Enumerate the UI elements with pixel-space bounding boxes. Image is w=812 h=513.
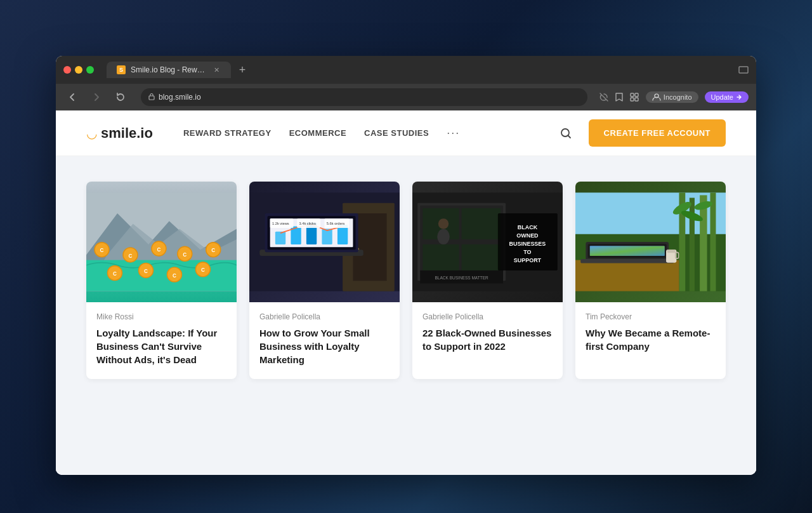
update-label: Update xyxy=(711,93,733,101)
card-author-4: Tim Peckover xyxy=(586,312,716,321)
svg-rect-0 xyxy=(739,67,748,73)
svg-text:5.6k orders: 5.6k orders xyxy=(327,222,345,225)
card-image-2: 1.2k views 3.4k clicks 5.6k orders xyxy=(249,182,400,302)
svg-text:1.2k views: 1.2k views xyxy=(272,222,289,225)
svg-text:SUPPORT: SUPPORT xyxy=(514,257,542,263)
tab-bar: S Smile.io Blog - Rewards, Loya... ✕ + xyxy=(107,61,733,79)
article-card-4[interactable]: Tim Peckover Why We Became a Remote-firs… xyxy=(575,182,726,379)
svg-rect-80 xyxy=(580,259,674,263)
card-author-1: Mike Rossi xyxy=(96,312,226,321)
browser-titlebar: S Smile.io Blog - Rewards, Loya... ✕ + xyxy=(56,56,756,84)
svg-rect-2 xyxy=(631,93,634,97)
svg-text:BUSINESSES: BUSINESSES xyxy=(509,241,546,247)
svg-text:3.4k clicks: 3.4k clicks xyxy=(299,222,316,225)
svg-rect-41 xyxy=(322,229,332,245)
incognito-label: Incognito xyxy=(664,93,692,101)
nav-ecommerce[interactable]: ECOMMERCE xyxy=(289,128,346,138)
svg-rect-83 xyxy=(667,250,676,253)
minimize-button[interactable] xyxy=(75,66,82,74)
svg-text:C: C xyxy=(113,271,117,277)
address-bar[interactable]: blog.smile.io xyxy=(141,88,587,106)
card-author-3: Gabrielle Policella xyxy=(422,312,553,321)
card-body-3: Gabrielle Policella 22 Black-Owned Busin… xyxy=(412,302,563,366)
logo-icon: ◡ xyxy=(86,126,97,141)
card-image-1: C C C C C C C xyxy=(86,182,237,302)
svg-rect-79 xyxy=(590,246,665,256)
card-author-2: Gabrielle Policella xyxy=(259,312,390,321)
svg-text:C: C xyxy=(144,269,148,274)
card-image-4 xyxy=(575,182,726,302)
content-area: C C C C C C C xyxy=(56,156,756,475)
tab-close-button[interactable]: ✕ xyxy=(212,65,221,74)
extension-icon[interactable] xyxy=(629,92,639,102)
window-controls-icon xyxy=(738,65,749,75)
site-navigation: ◡ smile.io REWARD STRATEGY ECOMMERCE CAS… xyxy=(56,110,756,156)
logo-text: smile.io xyxy=(101,125,153,142)
svg-point-7 xyxy=(561,129,569,137)
svg-rect-75 xyxy=(575,260,679,291)
close-button[interactable] xyxy=(63,66,71,74)
svg-text:C: C xyxy=(129,253,133,259)
maximize-button[interactable] xyxy=(86,66,94,74)
card-title-2: How to Grow Your Small Business with Loy… xyxy=(259,326,390,366)
browser-window: S Smile.io Blog - Rewards, Loya... ✕ + xyxy=(56,56,756,475)
svg-rect-53 xyxy=(462,208,501,239)
card-image-3: BLACK BUSINESS MATTER BLACK OWNED BUSINE… xyxy=(412,182,563,302)
svg-text:C: C xyxy=(211,248,215,253)
page-content: ◡ smile.io REWARD STRATEGY ECOMMERCE CAS… xyxy=(56,110,756,475)
svg-point-57 xyxy=(438,218,449,229)
svg-rect-71 xyxy=(710,192,716,291)
new-tab-button[interactable]: + xyxy=(233,61,251,79)
svg-rect-3 xyxy=(635,93,638,97)
back-button[interactable] xyxy=(63,88,81,106)
articles-grid: C C C C C C C xyxy=(86,182,726,379)
svg-rect-5 xyxy=(635,98,638,101)
article-card-2[interactable]: 1.2k views 3.4k clicks 5.6k orders Gabri… xyxy=(249,182,400,379)
active-tab[interactable]: S Smile.io Blog - Rewards, Loya... ✕ xyxy=(107,62,231,78)
svg-text:BLACK BUSINESS MATTER: BLACK BUSINESS MATTER xyxy=(435,276,489,280)
create-account-button[interactable]: CREATE FREE ACCOUNT xyxy=(589,119,726,147)
article-card-1[interactable]: C C C C C C C xyxy=(86,182,237,379)
tab-title: Smile.io Blog - Rewards, Loya... xyxy=(131,65,207,74)
url-text: blog.smile.io xyxy=(159,93,201,102)
svg-point-56 xyxy=(437,229,450,245)
svg-rect-1 xyxy=(149,96,154,100)
bookmark-icon[interactable] xyxy=(614,92,624,102)
site-logo[interactable]: ◡ smile.io xyxy=(86,125,153,142)
svg-rect-38 xyxy=(275,232,285,244)
browser-toolbar: blog.smile.io Incognito Update xyxy=(56,84,756,110)
nav-case-studies[interactable]: CASE STUDIES xyxy=(364,128,429,138)
nav-more-button[interactable]: ··· xyxy=(447,126,460,140)
card-title-4: Why We Became a Remote-first Company xyxy=(586,326,716,353)
toolbar-icons xyxy=(599,92,639,102)
card-body-2: Gabrielle Policella How to Grow Your Sma… xyxy=(249,302,400,379)
svg-text:C: C xyxy=(173,273,176,279)
nav-links: REWARD STRATEGY ECOMMERCE CASE STUDIES ·… xyxy=(183,126,535,140)
update-button[interactable]: Update xyxy=(705,91,749,103)
svg-text:TO: TO xyxy=(523,249,531,255)
article-card-3[interactable]: BLACK BUSINESS MATTER BLACK OWNED BUSINE… xyxy=(412,182,563,379)
svg-text:OWNED: OWNED xyxy=(516,232,539,239)
reload-button[interactable] xyxy=(112,88,129,106)
camera-off-icon xyxy=(599,92,609,102)
nav-reward-strategy[interactable]: REWARD STRATEGY xyxy=(183,128,272,138)
card-body-1: Mike Rossi Loyalty Landscape: If Your Bu… xyxy=(86,302,237,379)
nav-actions: CREATE FREE ACCOUNT xyxy=(556,119,726,147)
traffic-lights xyxy=(63,66,94,74)
card-body-4: Tim Peckover Why We Became a Remote-firs… xyxy=(575,302,726,366)
search-button[interactable] xyxy=(556,123,576,143)
svg-text:C: C xyxy=(100,248,104,253)
forward-button[interactable] xyxy=(88,88,105,106)
card-title-1: Loyalty Landscape: If Your Business Can'… xyxy=(96,326,226,366)
svg-rect-4 xyxy=(631,98,634,101)
svg-text:BLACK: BLACK xyxy=(518,224,538,230)
svg-text:C: C xyxy=(157,247,160,253)
card-title-3: 22 Black-Owned Businesses to Support in … xyxy=(422,326,553,353)
tab-favicon: S xyxy=(117,65,126,74)
svg-text:C: C xyxy=(201,267,205,273)
incognito-badge: Incognito xyxy=(646,91,698,103)
svg-text:C: C xyxy=(183,252,187,258)
lock-icon xyxy=(148,93,155,102)
